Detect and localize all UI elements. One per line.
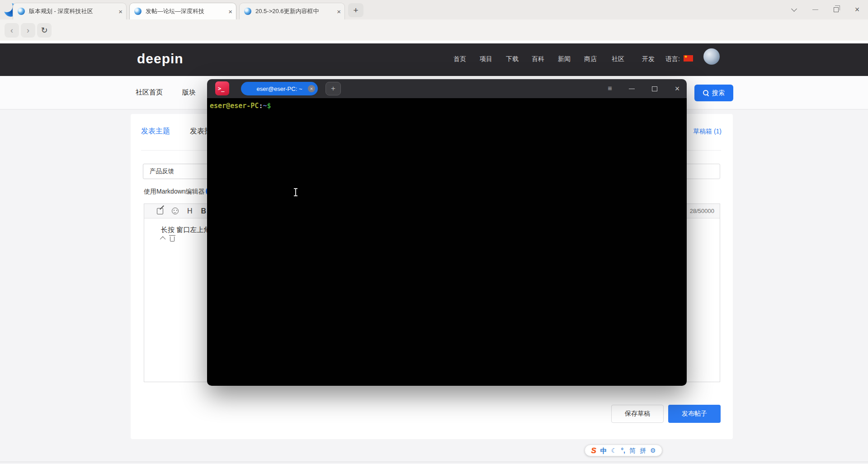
terminal-prompt: eser@eser-PC:~$ [210,102,271,110]
terminal-app-icon: >_ [215,81,229,95]
chevron-up-icon[interactable] [160,236,166,242]
nav-download[interactable]: 下载 [506,55,519,63]
deepin-logo[interactable]: deepin [137,51,184,66]
terminal-new-tab-button[interactable]: + [326,82,341,95]
browser-tab-1[interactable]: 版本规划 - 深度科技社区 × [13,3,127,19]
bold-button[interactable]: B [201,207,207,215]
nav-community[interactable]: 社区 [612,55,624,63]
search-button[interactable]: 搜索 [694,85,733,101]
editor-content-text[interactable]: 长按 窗口左上角 [161,226,210,234]
window-minimize-button[interactable] [809,4,821,15]
tab-title: 20.5->20.6更新内容框中 [255,7,334,15]
edit-icon[interactable] [157,208,163,214]
nav-develop[interactable]: 开发 [642,55,655,63]
terminal-tab[interactable]: eser@eser-PC: ~ × [241,82,318,95]
forward-button[interactable]: › [21,23,35,38]
search-label: 搜索 [712,89,725,97]
tab-title: 版本规划 - 深度科技社区 [29,7,116,15]
browser-tab-strip: 版本规划 - 深度科技社区 × 发帖—论坛—深度科技 × 20.5->20.6更… [0,0,868,19]
window-chevron-down-icon[interactable] [788,4,800,15]
nav-wiki[interactable]: 百科 [532,55,544,63]
deepin-favicon-icon [134,8,142,15]
viewport-bottom-divider [0,462,868,462]
tab-close-icon[interactable]: × [228,8,232,15]
tab-title: 发帖—论坛—深度科技 [146,7,226,15]
nav-projects[interactable]: 项目 [480,55,492,63]
emoji-icon[interactable] [172,208,179,214]
terminal-tab-close-icon[interactable]: × [308,85,315,92]
subnav-boards[interactable]: 版块 [182,88,196,97]
reload-button[interactable]: ↻ [37,23,52,38]
ime-fullwidth-moon-icon[interactable]: ☾ [611,447,617,454]
nav-news[interactable]: 新闻 [558,55,571,63]
deepin-favicon-icon [18,8,25,15]
markdown-label: 使用Markdown编辑器 [144,188,205,196]
terminal-menu-icon[interactable]: ≡ [604,83,616,95]
terminal-close-button[interactable]: × [671,83,684,95]
nav-home[interactable]: 首页 [453,55,466,63]
deepin-favicon-icon [244,8,251,15]
terminal-maximize-button[interactable] [648,83,661,95]
language-label[interactable]: 语言: [665,55,680,63]
subnav-community-home[interactable]: 社区首页 [136,88,163,97]
terminal-tab-title: eser@eser-PC: ~ [257,85,302,92]
user-avatar[interactable] [703,48,720,65]
ime-pinyin-toggle[interactable]: 拼 [640,447,646,454]
deepin-site-header: deepin 首页 项目 下载 百科 新闻 商店 社区 开发 语言: ★ [0,43,868,76]
editor-inline-icons [161,235,175,241]
ime-settings-gear-icon[interactable]: ⚙ [650,447,656,454]
ime-simplified-toggle[interactable]: 简 [629,447,636,454]
language-flag-icon[interactable]: ★ [684,55,693,62]
browser-address-bar: ‹ › ↻ bbs.deepin.org/posting ☆ ★ ↓ ↶ ≡ [0,19,868,41]
heading-button[interactable]: H [187,207,193,215]
trash-icon[interactable] [170,237,175,241]
browser-tab-2-active[interactable]: 发帖—论坛—深度科技 × [129,3,236,19]
window-close-button[interactable]: × [851,4,863,15]
screen: 版本规划 - 深度科技社区 × 发帖—论坛—深度科技 × 20.5->20.6更… [0,0,868,464]
browser-tab-3[interactable]: 20.5->20.6更新内容框中 × [239,3,345,19]
char-counter: 28/50000 [690,208,714,214]
terminal-window[interactable]: >_ eser@eser-PC: ~ × + ≡ × eser@eser-PC:… [207,79,687,386]
search-icon [703,90,709,96]
ime-lang-toggle[interactable]: 中 [600,447,607,454]
tab-close-icon[interactable]: × [118,8,123,15]
back-button[interactable]: ‹ [5,23,19,38]
tab-new-topic[interactable]: 发表主题 [141,127,170,136]
window-restore-button[interactable] [830,4,842,15]
ime-punctuation-toggle[interactable]: °, [621,447,625,454]
new-tab-button[interactable]: + [348,3,363,17]
ime-toolbar[interactable]: S 中 ☾ °, 简 拼 ⚙ [585,445,662,456]
tab-close-icon[interactable]: × [337,8,341,15]
save-draft-button[interactable]: 保存草稿 [611,405,664,423]
publish-button[interactable]: 发布帖子 [668,405,721,423]
text-cursor-icon [293,188,298,196]
category-value: 产品反馈 [150,167,174,175]
terminal-content[interactable]: eser@eser-PC:~$ [207,98,687,386]
sogou-logo-icon[interactable]: S [591,447,596,455]
terminal-titlebar[interactable]: >_ eser@eser-PC: ~ × + ≡ × [207,79,687,98]
nav-store[interactable]: 商店 [584,55,597,63]
terminal-minimize-button[interactable] [625,83,638,95]
drafts-link[interactable]: 草稿箱 (1) [693,128,722,136]
